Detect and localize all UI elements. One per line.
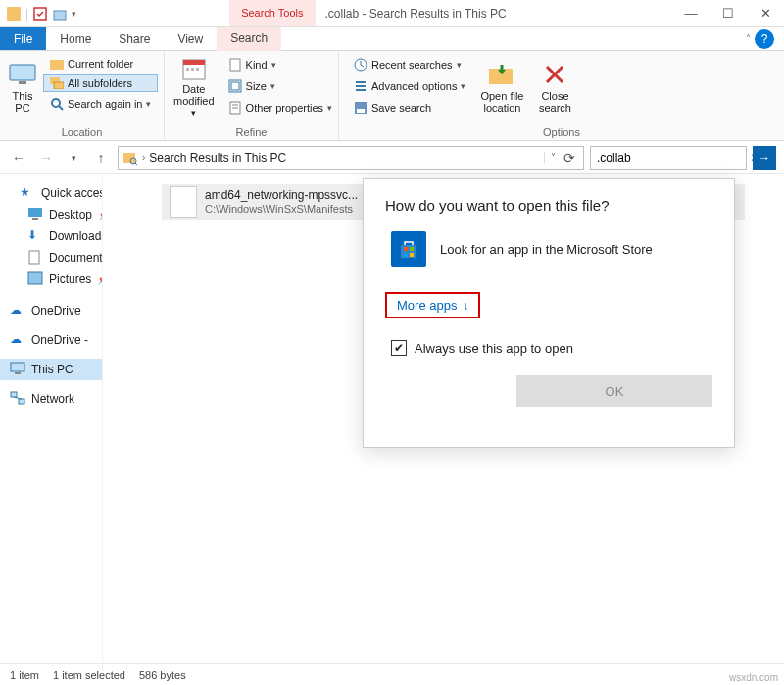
tab-share[interactable]: Share [105,27,164,50]
sidebar-item-pictures[interactable]: Pictures📌 [10,269,102,290]
recent-locations-button[interactable]: ▾ [63,147,84,169]
qat-dropdown-icon[interactable]: ▾ [72,9,76,19]
address-dropdown-icon[interactable]: ˅ [544,152,556,163]
maximize-button[interactable]: ☐ [710,0,747,27]
svg-rect-36 [28,272,42,284]
svg-rect-3 [10,65,35,80]
watermark: wsxdn.com [729,672,778,683]
svg-rect-26 [357,109,365,113]
address-bar[interactable]: › Search Results in This PC ˅ ⟳ [118,146,584,170]
result-filepath: C:\Windows\WinSxS\Manifests [205,203,358,216]
monitor-icon [9,61,36,88]
svg-rect-46 [410,253,414,257]
svg-line-41 [14,397,22,399]
svg-rect-44 [410,247,414,251]
network-icon [10,391,25,407]
svg-rect-35 [29,251,39,264]
up-button[interactable]: ↑ [90,147,112,169]
microsoft-store-icon [391,231,426,267]
monitor-icon [10,362,25,377]
group-label-location: Location [8,124,156,138]
folders-icon [50,77,64,89]
status-size: 586 bytes [139,669,186,681]
group-label-options: Options [347,124,776,138]
sidebar-network[interactable]: Network [0,388,102,410]
close-x-icon [541,61,568,88]
sidebar-onedrive[interactable]: ☁OneDrive [0,300,102,321]
forward-button[interactable]: → [35,147,57,169]
always-use-checkbox[interactable]: ✔ [391,340,407,356]
other-properties-button[interactable]: Other properties [221,98,339,118]
properties-icon[interactable] [32,6,48,22]
size-button[interactable]: Size [221,76,339,96]
svg-rect-14 [196,68,199,71]
svg-rect-5 [50,60,64,70]
cloud-icon: ☁ [10,332,25,348]
collapse-ribbon-icon[interactable]: ˄ [746,33,751,44]
svg-rect-17 [231,82,239,90]
chevron-right-icon[interactable]: › [142,152,145,163]
sidebar-item-desktop[interactable]: Desktop📌 [10,204,102,225]
svg-rect-33 [28,208,42,217]
search-go-button[interactable]: → [753,146,776,170]
file-icon [170,186,197,218]
tab-home[interactable]: Home [46,27,105,50]
arrow-down-icon: ↓ [463,299,468,313]
minimize-button[interactable]: — [672,0,710,27]
save-search-button[interactable]: Save search [347,98,472,118]
all-subfolders-button[interactable]: All subfolders [43,74,158,92]
kind-button[interactable]: Kind [221,55,339,74]
qat-divider: | [25,7,28,21]
window-title: .collab - Search Results in This PC [325,7,507,21]
svg-rect-34 [32,218,38,220]
calendar-icon [180,56,208,81]
svg-rect-0 [7,7,21,21]
refresh-icon[interactable]: ⟳ [560,147,579,169]
search-box[interactable]: ✕ [590,146,747,170]
search-results-icon [122,150,138,166]
tab-search[interactable]: Search [217,27,281,51]
current-folder-button[interactable]: Current folder [43,55,158,73]
kind-icon [228,58,242,72]
svg-rect-15 [230,59,240,71]
more-apps-link[interactable]: More apps ↓ [385,292,480,318]
always-use-label: Always use this app to open [415,341,573,356]
star-icon: ★ [20,185,35,201]
close-search-button[interactable]: Close search [531,55,578,120]
search-again-in-button[interactable]: Search again in [43,94,158,114]
this-pc-button[interactable]: This PC [8,55,37,120]
svg-rect-11 [183,60,205,65]
tab-file[interactable]: File [0,27,46,50]
sidebar-this-pc[interactable]: This PC [0,359,102,380]
date-modified-button[interactable]: Date modified▾ [172,55,216,120]
sidebar-quick-access[interactable]: ★Quick access [10,182,102,204]
sidebar-item-downloads[interactable]: ⬇Downloads📌 [10,225,102,247]
help-icon[interactable]: ? [755,29,774,49]
list-icon [354,79,368,93]
size-icon [228,79,242,93]
picture-icon [27,271,43,287]
this-pc-label: This PC [9,90,36,114]
open-with-dialog: How do you want to open this file? Look … [363,178,735,448]
ok-button[interactable]: OK [516,375,712,407]
new-folder-icon[interactable] [52,6,68,22]
svg-line-32 [135,163,137,165]
search-icon [50,97,64,111]
status-item-count: 1 item [10,669,39,681]
sidebar-item-documents[interactable]: Documents📌 [10,247,102,269]
date-modified-label: Date modified [173,83,215,107]
advanced-options-button[interactable]: Advanced options [347,76,472,96]
close-button[interactable]: ✕ [747,0,784,27]
folder-icon [50,58,64,70]
tab-view[interactable]: View [164,27,217,50]
status-bar: 1 item 1 item selected 586 bytes [0,663,784,685]
back-button[interactable]: ← [8,147,29,169]
clock-icon [354,58,368,72]
open-file-location-button[interactable]: Open file location [478,55,525,120]
sidebar-onedrive-2[interactable]: ☁OneDrive - [0,329,102,351]
search-input[interactable] [595,150,746,166]
cloud-icon: ☁ [10,303,25,318]
recent-searches-button[interactable]: Recent searches [347,55,472,74]
status-selected: 1 item selected [53,669,125,681]
store-option[interactable]: Look for an app in the Microsoft Store [385,231,712,267]
